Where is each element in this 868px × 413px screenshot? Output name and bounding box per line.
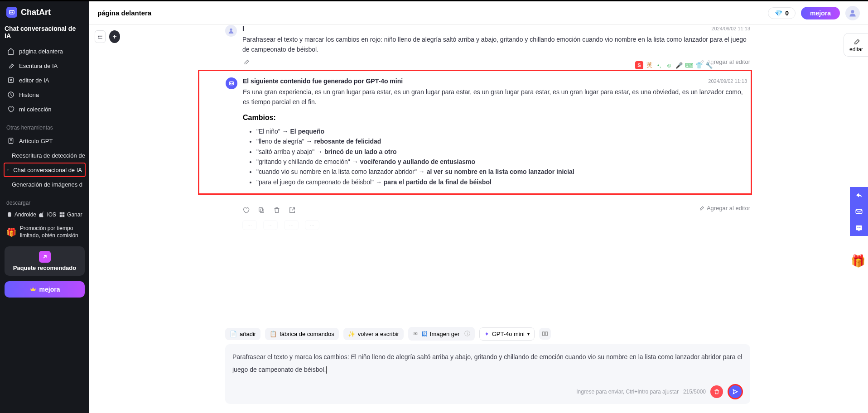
main-area: página delantera 💎 0 mejora — [89, 1, 868, 413]
svg-rect-8 — [60, 212, 62, 215]
toggle-sidebar-button[interactable] — [95, 30, 106, 43]
sidebar-item-label: mi colección — [19, 106, 52, 113]
sidebar-item-writing[interactable]: Escritura de IA — [4, 58, 86, 73]
topbar: página delantera 💎 0 mejora — [89, 1, 868, 25]
sidebar-download-label: descargar — [4, 192, 86, 209]
suggestion-chip[interactable]: ··· — [242, 220, 257, 230]
send-button[interactable] — [728, 384, 743, 399]
svg-point-15 — [230, 83, 231, 84]
rewrite-chip[interactable]: ✨volver a escribir — [343, 328, 404, 340]
sidebar-item-article-gpt[interactable]: Artículo GPT — [4, 134, 86, 148]
sidebar-item-rewrite-detect[interactable]: Reescritura de detección de — [4, 148, 86, 163]
share-icon[interactable] — [289, 206, 296, 214]
ai-message-text: Es una gran experiencia, es un gran luga… — [243, 87, 747, 107]
svg-rect-10 — [60, 215, 62, 217]
svg-point-2 — [12, 12, 13, 12]
download-win[interactable]: Ganar — [59, 211, 82, 218]
editar-tab[interactable]: editar — [844, 33, 868, 57]
add-to-editor-button[interactable]: Agregar al editor — [698, 205, 750, 211]
ime-person-icon[interactable]: 👕 — [695, 61, 703, 69]
sidebar-item-label: editor de IA — [19, 77, 49, 84]
sidebar-item-chat[interactable]: Chat conversacional de IA — [4, 163, 86, 177]
svg-rect-14 — [229, 82, 233, 85]
user-name: I — [242, 25, 244, 32]
ime-mic-icon[interactable]: 🎤 — [675, 61, 683, 69]
logo-text: ChatArt — [21, 8, 51, 17]
credits-pill[interactable]: 💎 0 — [768, 7, 796, 19]
left-toolbar — [89, 25, 125, 413]
sidebar-item-label: Reescritura de detección de — [12, 152, 85, 159]
sidebar-item-label: Artículo GPT — [19, 138, 53, 144]
clear-button[interactable] — [710, 385, 723, 398]
suggestion-chip[interactable]: ··· — [263, 220, 278, 230]
ime-wrench-icon[interactable]: 🔧 — [705, 61, 713, 69]
model-chip[interactable]: ✦GPT-4o mini▾ — [479, 327, 535, 341]
sidebar-item-editor[interactable]: editor de IA — [4, 73, 86, 87]
file-icon: 📄 — [230, 331, 237, 337]
user-avatar[interactable] — [845, 6, 860, 20]
change-item: "El niño" → El pequeño — [256, 126, 747, 136]
image-chip[interactable]: 👁🖼Imagen gerⓘ — [408, 327, 475, 341]
composer-input[interactable]: Parafrasear el texto y marca los cambios… — [232, 351, 743, 382]
ime-emoji-icon[interactable]: ☺ — [665, 61, 673, 69]
suggestion-chip[interactable]: ··· — [305, 220, 319, 230]
svg-rect-17 — [260, 209, 264, 212]
sidebar-item-label: Chat conversacional de IA — [13, 167, 82, 173]
sidebar-item-collection[interactable]: mi colección — [4, 102, 86, 116]
mail-rail-button[interactable] — [850, 203, 868, 220]
share-rail-button[interactable] — [850, 187, 868, 203]
change-item: "para el juego de campeonato de béisbol"… — [256, 177, 747, 187]
sidebar-item-home[interactable]: página delantera — [4, 44, 86, 58]
sidebar-title: Chat conversacional de IA — [4, 23, 86, 44]
recommended-package[interactable]: Paquete recomendado — [5, 246, 85, 276]
svg-rect-0 — [10, 10, 14, 14]
edit-message-icon[interactable] — [242, 58, 250, 65]
split-chip[interactable] — [539, 328, 551, 340]
info-icon: ⓘ — [464, 330, 470, 338]
sidebar-item-label: página delantera — [19, 48, 63, 55]
chevron-down-icon: ▾ — [527, 331, 530, 336]
download-android[interactable]: Androide — [6, 211, 36, 218]
new-chat-button[interactable] — [109, 30, 120, 43]
magic-icon: ✨ — [348, 331, 355, 337]
user-message-text: Parafrasear el texto y marcar los cambio… — [242, 35, 750, 54]
like-icon[interactable] — [242, 206, 250, 214]
download-ios[interactable]: iOS — [39, 211, 56, 218]
add-chip[interactable]: 📄añadir — [225, 328, 260, 340]
sidebar: ChatArt Chat conversacional de IA página… — [0, 1, 89, 413]
ai-avatar — [226, 77, 237, 89]
change-item: "cuando vio su nombre en la lista como l… — [256, 167, 747, 177]
app-logo[interactable]: ChatArt — [4, 6, 86, 23]
copy-icon[interactable] — [258, 206, 265, 214]
ime-lang-icon[interactable]: 英 — [645, 61, 653, 69]
svg-rect-11 — [63, 215, 65, 217]
messages-list: I 2024/09/02 11:13 Parafrasear el texto … — [125, 25, 868, 327]
char-count: 215/5000 — [683, 389, 706, 395]
ime-keyboard-icon[interactable]: ⌨ — [685, 61, 693, 69]
sidebar-item-history[interactable]: Historia — [4, 87, 86, 102]
page-title: página delantera — [97, 9, 151, 17]
side-rail — [850, 187, 868, 236]
discord-rail-button[interactable] — [850, 220, 868, 236]
svg-rect-20 — [545, 332, 547, 336]
prompts-chip[interactable]: 📋fábrica de comandos — [265, 328, 339, 340]
suggestion-chip[interactable]: ··· — [284, 220, 299, 230]
ai-message: El siguiente contenido fue generado por … — [225, 70, 750, 232]
msg-time: 2024/09/02 11:13 — [708, 78, 747, 84]
diamond-icon: 💎 — [775, 10, 782, 17]
user-message: I 2024/09/02 11:13 Parafrasear el texto … — [225, 25, 750, 65]
svg-rect-18 — [259, 208, 263, 211]
upgrade-pill[interactable]: mejora — [801, 7, 840, 19]
gift-float-icon[interactable]: 🎁 — [851, 254, 865, 268]
ime-punct-icon[interactable]: •, — [655, 61, 663, 69]
composer-box[interactable]: Parafrasear el texto y marca los cambios… — [225, 344, 750, 404]
msg-time: 2024/09/02 11:13 — [711, 26, 750, 31]
eye-icon: 👁 — [413, 331, 419, 337]
ime-icon[interactable]: S — [635, 61, 643, 69]
svg-point-13 — [230, 29, 232, 31]
svg-rect-9 — [63, 212, 65, 215]
sidebar-item-image-gen[interactable]: Generación de imágenes d — [4, 177, 86, 192]
upgrade-button[interactable]: mejora — [5, 281, 85, 298]
promo-banner[interactable]: 🎁 Promoción por tiempo limitado, obtén c… — [4, 221, 86, 244]
delete-icon[interactable] — [273, 206, 280, 214]
